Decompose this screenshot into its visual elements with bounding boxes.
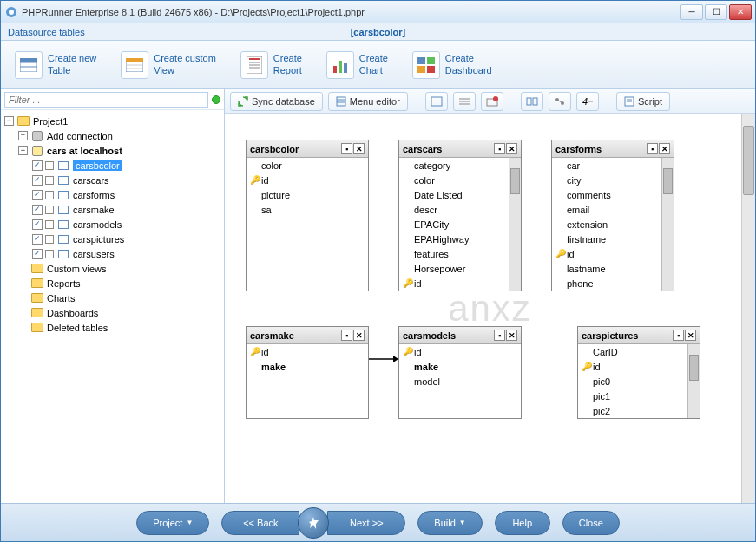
back-button[interactable]: << Back [221, 511, 299, 535]
minimize-icon[interactable]: ▪ [341, 143, 352, 154]
checkbox[interactable]: ✓ [32, 249, 43, 259]
diagram-table[interactable]: carspictures▪✕CarID🔑idpic0pic1pic2 [577, 326, 700, 419]
checkbox[interactable]: ✓ [32, 234, 43, 245]
menu-editor-button[interactable]: Menu editor [328, 92, 408, 111]
tree-node[interactable]: ✓carsbcolor [4, 158, 220, 173]
diagram-table[interactable]: carsforms▪✕carcitycommentsemailextension… [551, 140, 674, 291]
tree-node[interactable]: Custom views [4, 261, 220, 276]
checkbox[interactable]: ✓ [32, 160, 43, 171]
build-button[interactable]: Build▼ [417, 511, 482, 535]
table-field[interactable]: features [399, 246, 509, 261]
sync-database-button[interactable]: Sync database [230, 92, 323, 111]
diagram-canvas[interactable]: anxz carsbcolor▪✕color🔑idpicturesacarsca… [225, 114, 755, 503]
table-field[interactable]: extension [552, 217, 661, 232]
tree-node[interactable]: ✓carscars [4, 173, 220, 187]
table-field[interactable]: email [552, 202, 661, 217]
table-field[interactable]: color [247, 158, 368, 173]
close-icon[interactable]: ✕ [659, 143, 670, 154]
table-field[interactable]: category [399, 158, 509, 173]
table-field[interactable]: sa [247, 202, 368, 217]
table-field[interactable]: Horsepower [399, 261, 509, 276]
create-table-button[interactable]: Create new Table [15, 51, 96, 79]
tool-button-4[interactable] [521, 92, 543, 111]
create-view-button[interactable]: Create custom View [121, 51, 216, 79]
filter-input[interactable] [4, 92, 208, 108]
project-button[interactable]: Project▼ [136, 511, 209, 535]
tree-node[interactable]: Reports [4, 276, 220, 291]
close-button-footer[interactable]: Close [562, 511, 620, 535]
table-scrollbar[interactable] [687, 344, 700, 418]
table-header[interactable]: carscars▪✕ [399, 140, 521, 158]
create-report-button[interactable]: Create Report [240, 51, 302, 79]
table-header[interactable]: carsmake▪✕ [247, 327, 368, 344]
table-field[interactable]: comments [552, 187, 661, 202]
table-scrollbar[interactable] [661, 158, 674, 291]
diagram-table[interactable]: carsbcolor▪✕color🔑idpicturesa [246, 140, 369, 291]
diagram-table[interactable]: carsmake▪✕🔑idmake [246, 326, 369, 419]
table-header[interactable]: carsmodels▪✕ [399, 327, 521, 344]
tree-node[interactable]: ✓carspictures [4, 232, 220, 246]
close-button[interactable]: ✕ [729, 4, 752, 20]
table-header[interactable]: carsbcolor▪✕ [247, 140, 368, 158]
tree-node[interactable]: −cars at localhost [4, 143, 220, 158]
table-field[interactable]: pic1 [578, 389, 687, 403]
table-field[interactable]: car [552, 158, 661, 173]
maximize-button[interactable]: ☐ [705, 4, 727, 20]
table-scrollbar[interactable] [509, 158, 521, 291]
table-field[interactable]: CarID [578, 344, 687, 359]
table-field[interactable]: 🔑id [247, 173, 368, 187]
minimize-button[interactable]: ─ [680, 4, 703, 20]
table-field[interactable]: picture [247, 187, 368, 202]
table-field[interactable]: color [399, 173, 509, 187]
table-header[interactable]: carsforms▪✕ [552, 140, 674, 158]
minimize-icon[interactable]: ▪ [494, 330, 505, 341]
tree-node[interactable]: ✓carsusers [4, 246, 220, 261]
minimize-icon[interactable]: ▪ [673, 330, 684, 341]
collapse-icon[interactable]: − [4, 116, 14, 126]
close-icon[interactable]: ✕ [685, 330, 696, 341]
table-field[interactable]: EPAHighway [399, 232, 509, 246]
table-field[interactable]: pic2 [578, 403, 687, 418]
table-field[interactable]: 🔑id [247, 344, 368, 359]
close-icon[interactable]: ✕ [353, 143, 365, 154]
table-field[interactable]: EPACity [399, 217, 509, 232]
tool-button-5[interactable] [549, 92, 571, 111]
script-button[interactable]: Script [616, 92, 670, 111]
next-button[interactable]: Next >> [327, 511, 405, 535]
table-field[interactable]: 🔑id [399, 344, 521, 359]
table-field[interactable]: 🔑id [399, 276, 509, 291]
tree-node[interactable]: Dashboards [4, 305, 220, 320]
diagram-table[interactable]: carsmodels▪✕🔑idmakemodel [398, 326, 522, 419]
table-field[interactable]: descr [399, 202, 509, 217]
table-field[interactable]: make [399, 359, 521, 374]
table-field[interactable]: make [247, 359, 368, 374]
table-field[interactable]: model [399, 374, 521, 389]
checkbox[interactable]: ✓ [32, 205, 43, 215]
table-field[interactable]: phone [552, 276, 661, 291]
table-field[interactable]: 🔑id [552, 246, 661, 261]
checkbox[interactable]: ✓ [32, 219, 43, 230]
tool-button-2[interactable] [453, 92, 476, 111]
expand-icon[interactable]: + [18, 131, 28, 140]
canvas-scrollbar[interactable] [741, 114, 755, 503]
create-dashboard-button[interactable]: Create Dashboard [412, 51, 492, 79]
checkbox[interactable]: ✓ [32, 175, 43, 186]
close-icon[interactable]: ✕ [506, 330, 517, 341]
tree-node[interactable]: ✓carsmodels [4, 217, 220, 232]
table-field[interactable]: pic0 [578, 374, 687, 389]
tree-node[interactable]: +Add connection [4, 128, 220, 143]
tree-node[interactable]: Charts [4, 291, 220, 305]
diagram-table[interactable]: carscars▪✕categorycolorDate ListeddescrE… [398, 140, 522, 291]
tree-node[interactable]: ✓carsforms [4, 187, 220, 202]
tree-node[interactable]: ✓carsmake [4, 202, 220, 217]
tool-button-3[interactable] [481, 92, 503, 111]
tree-node[interactable]: −Project1 [4, 114, 220, 128]
tool-button-1[interactable] [425, 92, 448, 111]
minimize-icon[interactable]: ▪ [341, 330, 352, 341]
table-header[interactable]: carspictures▪✕ [578, 327, 700, 344]
create-chart-button[interactable]: Create Chart [326, 51, 388, 79]
table-field[interactable]: city [552, 173, 661, 187]
checkbox[interactable]: ✓ [32, 190, 43, 200]
table-field[interactable]: firstname [552, 232, 661, 246]
collapse-icon[interactable]: − [18, 146, 28, 155]
